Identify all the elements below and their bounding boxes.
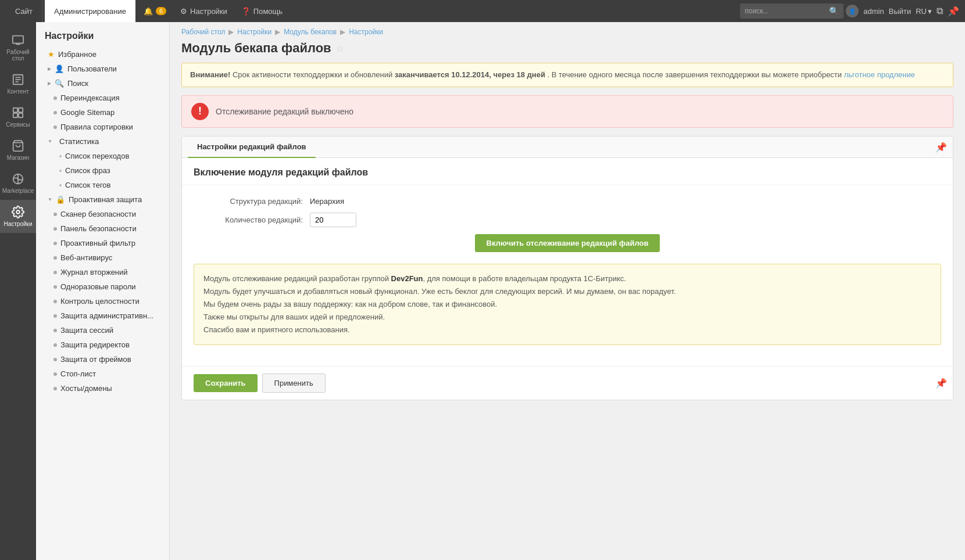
bottom-buttons: Сохранить Применить 📌 (182, 366, 953, 400)
help-item[interactable]: ❓ Помощь (235, 7, 288, 16)
breadcrumb: Рабочий стол ▶ Настройки ▶ Модуль бекапо… (181, 28, 953, 36)
sidebar-item-scanner[interactable]: Сканер безопасности (36, 207, 169, 221)
warning-link[interactable]: льготное продление (844, 70, 915, 79)
apply-button[interactable]: Применить (262, 374, 326, 393)
sidebar-label-proactive: Проактивная защита (69, 195, 142, 204)
main-layout: Рабочий стол Контент Сервисы Магазин Mar… (0, 22, 965, 560)
content-inner: Рабочий стол ▶ Настройки ▶ Модуль бекапо… (170, 22, 965, 420)
info-line-1-part-2: , для помощи в работе владельцам продукт… (423, 274, 626, 283)
top-navigation: Сайт Администрирование 🔔 6 ⚙ Настройки ❓… (0, 0, 965, 22)
marketplace-icon (12, 173, 24, 185)
sidebar-label-reindex: Переиндексация (60, 94, 120, 102)
favorite-star-icon[interactable]: ☆ (336, 43, 344, 54)
logout-button[interactable]: Выйти (889, 7, 912, 16)
sidebar-item-proactive-filter[interactable]: Проактивный фильтр (36, 236, 169, 250)
sidebar-label-search: Поиск (67, 79, 88, 88)
sidebar-label-transitions: Список переходов (65, 152, 129, 160)
search-input[interactable] (745, 7, 826, 15)
sidebar-item-hosts[interactable]: Хосты/домены (36, 381, 169, 396)
bottom-pin-icon[interactable]: 📌 (935, 378, 947, 389)
sidebar-item-admin-protect[interactable]: Защита административн... (36, 308, 169, 323)
sidebar-label-content: Контент (7, 88, 28, 95)
sidebar-item-tags[interactable]: Список тегов (36, 178, 169, 192)
sidebar-item-otp[interactable]: Одноразовые пароли (36, 279, 169, 294)
sidebar-item-favorites[interactable]: ★ Избранное (36, 47, 169, 62)
sidebar-item-users[interactable]: ▶ 👤 Пользователи (36, 62, 169, 76)
dot-icon-13 (53, 329, 57, 332)
alert-text: Отслеживание редакций выключено (216, 107, 353, 116)
site-tab[interactable]: Сайт (6, 0, 42, 22)
settings-item[interactable]: ⚙ Настройки (174, 7, 233, 16)
pin-top-icon[interactable]: 📌 (948, 6, 959, 17)
svg-rect-0 (13, 36, 23, 44)
sidebar-label-tags: Список тегов (65, 181, 111, 189)
sidebar-label-marketplace: Marketplace (2, 188, 34, 194)
breadcrumb-settings[interactable]: Настройки (237, 28, 271, 36)
enable-tracking-button[interactable]: Включить отслеживание редакций файлов (475, 234, 660, 252)
breadcrumb-current[interactable]: Настройки (349, 28, 383, 36)
sidebar-item-intrusion-log[interactable]: Журнал вторжений (36, 265, 169, 279)
sidebar-item-settings[interactable]: Настройки (0, 200, 36, 233)
page-title: Модуль бекапа файлов (181, 41, 331, 56)
warning-banner: Внимание! Срок активности техподдержки и… (181, 63, 953, 87)
sidebar-item-statistics[interactable]: ▼ Статистика (36, 134, 169, 149)
breadcrumb-desktop[interactable]: Рабочий стол (181, 28, 225, 36)
sidebar-item-redirect-protect[interactable]: Защита редиректов (36, 338, 169, 352)
sidebar-item-phrases[interactable]: Список фраз (36, 163, 169, 178)
sidebar-item-integrity[interactable]: Контроль целостности (36, 294, 169, 308)
sidebar-item-transitions[interactable]: Список переходов (36, 149, 169, 163)
svg-rect-9 (13, 113, 17, 117)
sidebar-item-sitemap[interactable]: Google Sitemap (36, 105, 169, 120)
admin-tab[interactable]: Администрирование (45, 0, 135, 22)
sidebar-item-frame-protect[interactable]: Защита от фреймов (36, 352, 169, 367)
sidebar-item-marketplace[interactable]: Marketplace (0, 167, 36, 200)
sidebar-item-security-panel[interactable]: Панель безопасности (36, 221, 169, 236)
sidebar-label-services: Сервисы (6, 121, 30, 128)
sidebar-item-content[interactable]: Контент (0, 67, 36, 100)
chevron-down-icon: ▾ (928, 7, 932, 16)
info-line-5: Спасибо вам и приятного использования. (203, 325, 350, 334)
user-icon: 👤 (55, 64, 64, 73)
sidebar-item-antivirus[interactable]: Веб-антивирус (36, 250, 169, 265)
sidebar-item-desktop[interactable]: Рабочий стол (0, 28, 36, 67)
svg-rect-8 (19, 108, 23, 112)
sidebar-item-search[interactable]: ▶ 🔍 Поиск (36, 76, 169, 91)
alert-icon: ! (191, 103, 209, 120)
sidebar-item-services[interactable]: Сервисы (0, 100, 36, 134)
info-dev2fun: Dev2Fun (391, 274, 423, 283)
sidebar-item-session-protect[interactable]: Защита сессий (36, 323, 169, 338)
warning-text-2: . В течение одного месяца после завершен… (548, 70, 844, 79)
dot-icon-3 (53, 125, 57, 129)
sidebar-item-shop[interactable]: Магазин (0, 134, 36, 167)
revision-count-input[interactable] (310, 213, 356, 227)
search-icon[interactable]: 🔍 (829, 6, 839, 16)
window-icon[interactable]: ⧉ (937, 6, 943, 16)
language-selector[interactable]: RU ▾ (916, 7, 932, 16)
sidebar-item-stoplist[interactable]: Стоп-лист (36, 367, 169, 381)
info-line-3: Мы будем очень рады за вашу поддержку: к… (203, 300, 497, 308)
enable-btn-row: Включить отслеживание редакций файлов (194, 234, 941, 252)
dot-icon-15 (53, 358, 57, 361)
sidebar-item-reindex[interactable]: Переиндексация (36, 91, 169, 105)
svg-point-14 (16, 210, 20, 214)
content-icon (12, 73, 24, 86)
sidebar-label-integrity: Контроль целостности (60, 297, 140, 306)
sidebar-label-sort: Правила сортировки (60, 123, 133, 131)
notifications-item[interactable]: 🔔 6 (138, 7, 172, 16)
sidebar-label-phrases: Список фраз (65, 166, 110, 175)
warning-text-1: Срок активности техподдержки и обновлени… (233, 70, 395, 79)
breadcrumb-sep-3: ▶ (340, 28, 345, 36)
breadcrumb-sep-2: ▶ (275, 28, 280, 36)
sidebar-item-proactive[interactable]: ▼ 🔒 Проактивная защита (36, 192, 169, 207)
breadcrumb-sep-1: ▶ (228, 28, 234, 36)
breadcrumb-backup[interactable]: Модуль бекапов (284, 28, 337, 36)
tab-file-revisions[interactable]: Настройки редакций файлов (188, 137, 316, 158)
settings-card: Настройки редакций файлов 📌 Включение мо… (181, 136, 953, 400)
sidebar-item-sort[interactable]: Правила сортировки (36, 120, 169, 134)
left-sidebar: Рабочий стол Контент Сервисы Магазин Mar… (0, 22, 36, 560)
save-button[interactable]: Сохранить (194, 374, 258, 392)
info-line-4: Также мы открыты для ваших идей и предло… (203, 313, 385, 321)
pin-icon[interactable]: 📌 (935, 141, 947, 152)
dot-icon-10 (53, 285, 57, 289)
help-icon: ❓ (241, 7, 251, 16)
